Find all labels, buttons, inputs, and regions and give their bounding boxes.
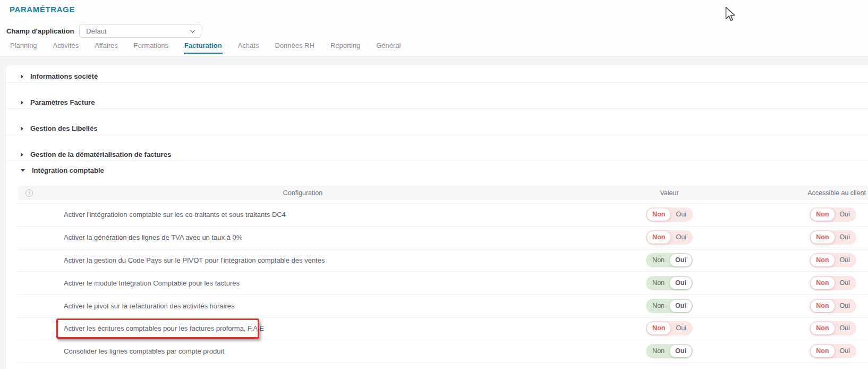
settings-card: Informations société Paramètres Facture … <box>6 65 868 369</box>
client-toggle[interactable]: Non Oui <box>810 299 856 313</box>
toggle-option-non[interactable]: Non <box>811 277 834 289</box>
table-header-row: i Configuration Valeur Accessible au cli… <box>18 186 868 200</box>
client-toggle[interactable]: Non Oui <box>810 253 856 267</box>
column-header-accessible-client: Accessible au client <box>761 189 868 197</box>
scope-select[interactable]: Défaut <box>79 24 201 38</box>
valeur-toggle[interactable]: Non Oui <box>646 321 693 336</box>
valeur-cell: Non Oui <box>565 344 761 358</box>
valeur-cell: Non Oui <box>565 299 761 313</box>
table-row: Activer la gestion du Code Pays sur le P… <box>18 249 868 272</box>
table-row: Activer les écritures comptables pour le… <box>18 317 868 340</box>
valeur-toggle[interactable]: Non Oui <box>646 299 693 313</box>
toggle-option-non[interactable]: Non <box>647 300 670 312</box>
page-header-band: PARAMÉTRAGE Champ d'application Défaut P… <box>0 0 868 56</box>
toggle-option-non[interactable]: Non <box>647 345 670 357</box>
toggle-option-oui[interactable]: Oui <box>835 254 855 266</box>
toggle-option-oui[interactable]: Oui <box>835 208 855 221</box>
tab-formations[interactable]: Formations <box>133 40 169 54</box>
toggle-option-oui[interactable]: Oui <box>670 277 692 289</box>
client-cell: Non Oui <box>761 344 868 358</box>
config-label-cell: Activer les écritures comptables pour le… <box>41 324 565 332</box>
tab-achats[interactable]: Achats <box>237 40 260 54</box>
valeur-cell: Non Oui <box>565 230 761 245</box>
column-header-valeur: Valeur <box>565 189 761 197</box>
toggle-option-non[interactable]: Non <box>811 254 834 266</box>
valeur-cell: Non Oui <box>565 207 761 222</box>
section-gestion-des-libelles[interactable]: Gestion des Libellés <box>6 109 868 135</box>
section-parametres-facture[interactable]: Paramètres Facture <box>6 83 868 109</box>
caret-right-icon <box>21 153 23 157</box>
table-body: Activer l'intégratioion comptable sur le… <box>18 203 868 363</box>
toggle-option-non[interactable]: Non <box>647 231 670 244</box>
toggle-option-non[interactable]: Non <box>647 322 670 334</box>
config-label-cell: Activer le pivot sur la refacturation de… <box>41 302 565 310</box>
config-label-cell: Activer l'intégratioion comptable sur le… <box>41 211 565 219</box>
toggle-option-oui[interactable]: Oui <box>835 231 855 244</box>
toggle-option-oui[interactable]: Oui <box>835 322 855 334</box>
page-title: PARAMÉTRAGE <box>10 5 75 14</box>
info-icon[interactable]: i <box>25 189 33 197</box>
toggle-option-oui[interactable]: Oui <box>835 345 855 357</box>
toggle-option-non[interactable]: Non <box>811 208 834 221</box>
toggle-option-non[interactable]: Non <box>811 300 834 312</box>
section-informations-societe[interactable]: Informations société <box>6 71 868 83</box>
toggle-option-oui[interactable]: Oui <box>670 345 692 357</box>
toggle-option-oui[interactable]: Oui <box>835 277 855 289</box>
client-cell: Non Oui <box>761 299 868 313</box>
valeur-cell: Non Oui <box>565 253 761 267</box>
section-integration-comptable[interactable]: Intégration comptable <box>6 161 868 177</box>
table-header-info-cell: i <box>18 189 41 197</box>
tab-affaires[interactable]: Affaires <box>94 40 118 54</box>
config-label-cell: Activer la gestion du Code Pays sur le P… <box>41 256 565 264</box>
config-label-cell: Activer le module Intégration Comptable … <box>41 279 565 287</box>
toggle-option-oui[interactable]: Oui <box>670 208 691 221</box>
table-row: Activer le module Intégration Comptable … <box>18 272 868 295</box>
caret-right-icon <box>21 100 23 105</box>
tab-donnees-rh[interactable]: Données RH <box>274 40 314 54</box>
config-label-cell: Consolider les lignes comptables par com… <box>41 347 565 355</box>
toggle-option-oui[interactable]: Oui <box>670 322 691 334</box>
client-toggle[interactable]: Non Oui <box>810 230 856 245</box>
toggle-option-non[interactable]: Non <box>647 277 670 289</box>
tab-activites[interactable]: Activités <box>53 40 79 54</box>
valeur-toggle[interactable]: Non Oui <box>646 344 693 358</box>
client-toggle[interactable]: Non Oui <box>810 321 856 336</box>
valeur-toggle[interactable]: Non Oui <box>646 253 693 267</box>
caret-right-icon <box>21 127 23 131</box>
client-toggle[interactable]: Non Oui <box>810 344 856 358</box>
table-row: Activer le pivot sur la refacturation de… <box>18 295 868 317</box>
section-label: Gestion des Libellés <box>30 124 97 132</box>
client-toggle[interactable]: Non Oui <box>810 276 856 290</box>
toggle-option-non[interactable]: Non <box>811 231 834 244</box>
toggle-option-non[interactable]: Non <box>811 345 834 357</box>
client-cell: Non Oui <box>761 253 868 267</box>
tab-general[interactable]: Général <box>376 40 401 54</box>
tab-facturation[interactable]: Facturation <box>184 40 223 54</box>
config-label: Activer le module Intégration Comptable … <box>64 279 240 287</box>
client-toggle[interactable]: Non Oui <box>810 207 856 222</box>
client-cell: Non Oui <box>761 230 868 245</box>
caret-down-icon <box>21 169 25 172</box>
toggle-option-non[interactable]: Non <box>647 208 670 221</box>
table-row: Activer l'intégratioion comptable sur le… <box>18 204 868 227</box>
toggle-option-oui[interactable]: Oui <box>670 231 691 244</box>
valeur-toggle[interactable]: Non Oui <box>646 207 693 222</box>
toggle-option-non[interactable]: Non <box>811 322 834 334</box>
config-label: Consolider les lignes comptables par com… <box>64 347 224 355</box>
tab-reporting[interactable]: Reporting <box>330 40 361 54</box>
valeur-cell: Non Oui <box>565 276 761 290</box>
column-header-configuration: Configuration <box>41 189 565 197</box>
scope-label: Champ d'application <box>6 27 74 35</box>
config-label: Activer les écritures comptables pour le… <box>64 324 264 332</box>
tab-planning[interactable]: Planning <box>10 40 38 54</box>
chevron-down-icon <box>190 28 195 33</box>
scope-select-value: Défaut <box>86 27 106 35</box>
section-dematerialisation-factures[interactable]: Gestion de la dématérialisation de factu… <box>6 135 868 161</box>
toggle-option-non[interactable]: Non <box>647 254 670 266</box>
toggle-option-oui[interactable]: Oui <box>835 300 855 312</box>
valeur-toggle[interactable]: Non Oui <box>646 230 693 245</box>
toggle-option-oui[interactable]: Oui <box>670 254 692 266</box>
toggle-option-oui[interactable]: Oui <box>670 300 692 312</box>
valeur-toggle[interactable]: Non Oui <box>646 276 693 290</box>
client-cell: Non Oui <box>761 207 868 222</box>
